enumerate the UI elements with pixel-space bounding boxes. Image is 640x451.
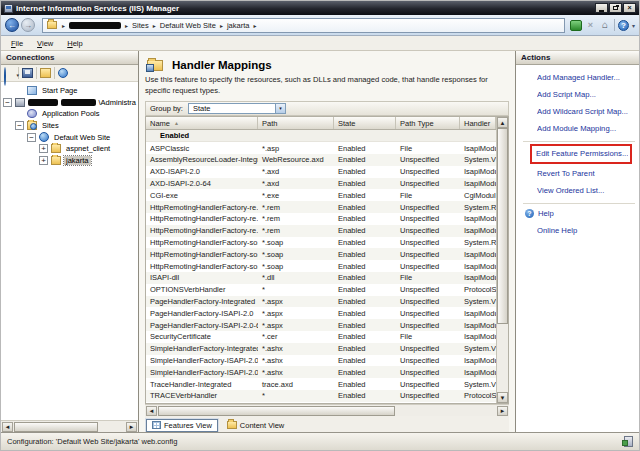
minimize-button[interactable]	[595, 3, 608, 13]
table-row[interactable]: AXD-ISAPI-2.0*.axdEnabledUnspecifiedIsap…	[146, 166, 496, 178]
cell-handler: IsapiModu	[460, 273, 496, 282]
scroll-left-icon[interactable]: ◄	[146, 406, 157, 416]
tree-item-jakarta[interactable]: +jakarta	[1, 155, 138, 167]
save-connection-icon[interactable]	[22, 68, 33, 78]
table-row[interactable]: SecurityCertificate*.cerEnabledFileIsapi…	[146, 331, 496, 343]
add-wildcard-script-map-link[interactable]: Add Wildcard Script Map...	[537, 107, 635, 116]
table-row[interactable]: OPTIONSVerbHandler*EnabledUnspecifiedPro…	[146, 284, 496, 296]
cell-state: Enabled	[334, 191, 396, 200]
cell-handler: IsapiModu	[460, 332, 496, 341]
help-dropdown-icon[interactable]: ▾	[632, 22, 635, 29]
tree-item-default-web-site[interactable]: −Default Web Site	[1, 131, 138, 143]
table-v-scrollbar[interactable]: ▲ ▼	[496, 117, 508, 403]
home-icon[interactable]: ⌂	[599, 19, 611, 31]
cell-path: *.soap	[258, 250, 334, 259]
table-row[interactable]: CGI-exe*.exeEnabledFileCgiModul	[146, 189, 496, 201]
cell-state: Enabled	[334, 309, 396, 318]
tab-features-view[interactable]: Features View	[146, 419, 218, 432]
scroll-left-icon[interactable]: ◄	[2, 422, 13, 432]
collapse-icon[interactable]: −	[27, 133, 36, 142]
cell-path: *.axd	[258, 167, 334, 176]
table-row[interactable]: SimpleHandlerFactory-ISAPI-2.0*.ashxEnab…	[146, 355, 496, 367]
table-row[interactable]: HttpRemotingHandlerFactory-re...*.remEna…	[146, 213, 496, 225]
table-row[interactable]: HttpRemotingHandlerFactory-so...*.soapEn…	[146, 260, 496, 272]
table-row[interactable]: WebAdminHandler-IntegratedWebAdmin.axdEn…	[146, 402, 496, 403]
table-row[interactable]: PageHandlerFactory-Integrated*.aspxEnabl…	[146, 296, 496, 308]
tab-content-view[interactable]: Content View	[222, 420, 289, 431]
breadcrumb-item-sites[interactable]: Sites	[132, 21, 149, 30]
table-row[interactable]: AXD-ISAPI-2.0-64*.axdEnabledUnspecifiedI…	[146, 178, 496, 190]
table-row[interactable]: ASPClassic*.aspEnabledFileIsapiModu	[146, 142, 496, 154]
online-help-link[interactable]: Online Help	[537, 226, 635, 235]
tree-item-aspnet-client[interactable]: +aspnet_client	[1, 143, 138, 155]
collapse-icon[interactable]: −	[3, 98, 12, 107]
table-h-scrollbar[interactable]: ◄ ►	[145, 404, 509, 416]
tree-item-application-pools[interactable]: Application Pools	[1, 108, 138, 120]
table-row[interactable]: HttpRemotingHandlerFactory-re...*.remEna…	[146, 225, 496, 237]
add-managed-handler-link[interactable]: Add Managed Handler...	[537, 73, 635, 82]
scroll-thumb[interactable]	[14, 422, 98, 432]
edit-feature-permissions-link[interactable]: Edit Feature Permissions...	[536, 149, 628, 158]
table-row[interactable]: ISAPI-dll*.dllEnabledFileIsapiModu	[146, 272, 496, 284]
scroll-right-icon[interactable]: ►	[126, 422, 137, 432]
close-button[interactable]: ×	[623, 3, 636, 13]
cell-name: SimpleHandlerFactory-ISAPI-2.0-64	[146, 368, 258, 377]
back-button[interactable]: ←	[5, 18, 19, 32]
table-row[interactable]: HttpRemotingHandlerFactory-re...*.remEna…	[146, 201, 496, 213]
up-level-icon[interactable]	[40, 68, 51, 78]
connections-h-scrollbar[interactable]: ◄ ►	[1, 420, 138, 432]
view-ordered-list-link[interactable]: View Ordered List...	[537, 186, 635, 195]
expand-icon[interactable]: +	[39, 144, 48, 153]
table-row[interactable]: SimpleHandlerFactory-ISAPI-2.0-64*.ashxE…	[146, 366, 496, 378]
column-header-state[interactable]: State	[334, 117, 396, 129]
expand-icon[interactable]: +	[39, 156, 48, 165]
table-row[interactable]: AssemblyResourceLoader-Integr...WebResou…	[146, 154, 496, 166]
column-header-name[interactable]: Name▲	[146, 117, 258, 129]
action-group: Edit Feature Permissions...Revert To Par…	[523, 141, 635, 195]
add-module-mapping-link[interactable]: Add Module Mapping...	[537, 124, 635, 133]
create-connection-icon[interactable]: ▾	[4, 68, 15, 78]
tree-item-label: Default Web Site	[52, 133, 112, 142]
scroll-down-icon[interactable]: ▼	[497, 392, 508, 403]
table-row[interactable]: TraceHandler-Integratedtrace.axdEnabledU…	[146, 378, 496, 390]
table-row[interactable]: PageHandlerFactory-ISAPI-2.0-64*.aspxEna…	[146, 319, 496, 331]
menu-view[interactable]: View	[30, 39, 60, 48]
table-row[interactable]: SimpleHandlerFactory-Integrated*.ashxEna…	[146, 343, 496, 355]
stop-icon[interactable]: ×	[585, 20, 596, 31]
collapse-icon[interactable]: −	[15, 121, 24, 130]
table-row[interactable]: HttpRemotingHandlerFactory-so...*.soapEn…	[146, 248, 496, 260]
breadcrumb-item-default-web-site[interactable]: Default Web Site	[160, 21, 216, 30]
scroll-right-icon[interactable]: ►	[497, 406, 508, 416]
tree-item-label: Sites	[40, 121, 61, 130]
table-row[interactable]: PageHandlerFactory-ISAPI-2.0*.aspxEnable…	[146, 307, 496, 319]
refresh-connection-icon[interactable]	[58, 68, 68, 78]
table-row[interactable]: TRACEVerbHandler*EnabledUnspecifiedProto…	[146, 390, 496, 402]
column-header-handler[interactable]: Handler	[460, 117, 496, 129]
scroll-thumb[interactable]	[158, 406, 395, 416]
dropdown-arrow-icon[interactable]: ▾	[275, 104, 285, 113]
column-header-path[interactable]: Path	[258, 117, 334, 129]
help-icon[interactable]: ?	[618, 20, 629, 31]
menu-file[interactable]: File	[4, 39, 30, 48]
scroll-up-icon[interactable]: ▲	[497, 117, 508, 128]
menu-help[interactable]: Help	[60, 39, 89, 48]
column-header-path-type[interactable]: Path Type	[396, 117, 460, 129]
tree-item-sites[interactable]: −Sites	[1, 120, 138, 132]
cell-path_type: Unspecified	[396, 297, 460, 306]
cell-path_type: Unspecified	[396, 214, 460, 223]
go-icon[interactable]	[570, 20, 582, 31]
revert-to-parent-link[interactable]: Revert To Parent	[537, 169, 635, 178]
scroll-thumb[interactable]	[497, 128, 508, 324]
breadcrumb[interactable]: ▸ ▸ Sites▸Default Web Site▸jakarta▸	[42, 18, 565, 33]
address-toolbar: × ⌂ ? ▾	[570, 19, 635, 31]
forward-button[interactable]: →	[21, 18, 35, 32]
table-row[interactable]: HttpRemotingHandlerFactory-so...*.soapEn…	[146, 237, 496, 249]
cell-state: Enabled	[334, 391, 396, 400]
add-script-map-link[interactable]: Add Script Map...	[537, 90, 635, 99]
restore-button[interactable]	[609, 3, 622, 13]
breadcrumb-item-jakarta[interactable]: jakarta	[227, 21, 250, 30]
help-link[interactable]: Help	[538, 209, 554, 218]
group-by-select[interactable]: State ▾	[188, 103, 286, 114]
tree-item-server[interactable]: −\Administra	[1, 97, 138, 109]
tree-item-start-page[interactable]: Start Page	[1, 85, 138, 97]
